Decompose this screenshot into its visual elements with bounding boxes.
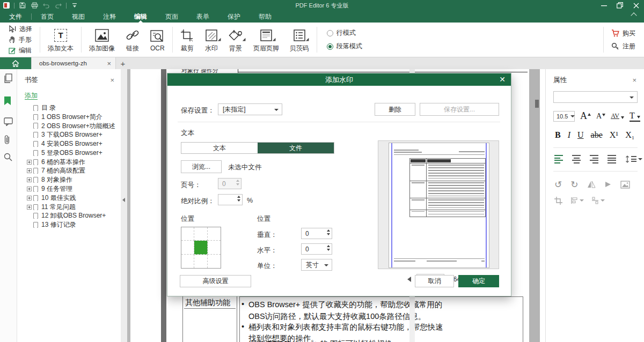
spin-up-icon[interactable] xyxy=(327,229,330,232)
crop-image-button[interactable] xyxy=(554,197,563,205)
advanced-settings-button[interactable]: 高级设置 xyxy=(180,275,251,287)
position-cell[interactable] xyxy=(194,227,207,241)
collapse-ribbon-icon[interactable] xyxy=(631,13,638,17)
menu-protect[interactable]: 保护 xyxy=(218,11,250,23)
tab-close-icon[interactable]: × xyxy=(107,60,111,68)
save-settings-button[interactable]: 保存设置... xyxy=(420,103,499,116)
new-tab-button[interactable]: + xyxy=(116,57,130,69)
horizontal-spinner[interactable]: 0 xyxy=(301,243,332,255)
expand-plus-icon[interactable] xyxy=(27,205,32,210)
bookmark-item[interactable]: 5 登录OBS Browser+ xyxy=(17,148,121,158)
dialog-close-icon[interactable]: ✕ xyxy=(498,75,507,84)
menu-help[interactable]: 帮助 xyxy=(250,11,281,23)
justify-button[interactable] xyxy=(608,155,616,163)
search-icon[interactable] xyxy=(4,153,13,162)
bookmark-item[interactable]: 目 录 xyxy=(17,103,121,113)
browse-button[interactable]: 浏览... xyxy=(181,160,222,173)
align-right-button[interactable] xyxy=(590,155,598,163)
bookmark-item[interactable]: 1 OBS Browser+简介 xyxy=(17,113,121,122)
bold-button[interactable]: B xyxy=(555,130,561,140)
menu-view[interactable]: 视图 xyxy=(63,11,94,23)
bookmark-item[interactable]: 9 任务管理 xyxy=(17,184,121,194)
menu-form[interactable]: 表单 xyxy=(187,11,218,23)
grow-font-button[interactable]: A xyxy=(580,110,591,122)
spin-down-icon[interactable] xyxy=(236,183,239,185)
bookmark-item[interactable]: 11 常见问题 xyxy=(17,203,121,212)
bookmark-item[interactable]: 10 最佳实践 xyxy=(17,194,121,203)
bookmarks-icon[interactable] xyxy=(4,96,13,106)
position-cell[interactable] xyxy=(181,255,194,268)
ocr-button[interactable]: OCR xyxy=(145,23,170,57)
header-footer-button[interactable]: 页眉页脚 xyxy=(248,23,284,57)
watermark-button[interactable]: 水印 xyxy=(200,23,223,57)
collapse-left-panel-icon[interactable] xyxy=(122,198,125,202)
page-number-spinner[interactable]: 0 xyxy=(218,178,241,189)
position-grid[interactable] xyxy=(181,227,221,269)
line-mode-radio[interactable]: 行模式 xyxy=(327,28,362,38)
character-spacing-button[interactable]: AV xyxy=(611,112,624,120)
expand-plus-icon[interactable] xyxy=(27,187,32,191)
cancel-button[interactable]: 取消 xyxy=(415,275,454,287)
spin-down-icon[interactable] xyxy=(327,249,330,251)
tab-text[interactable]: 文本 xyxy=(181,143,258,153)
subscript-button[interactable]: X₁ xyxy=(625,130,634,140)
bookmark-add-link[interactable]: 添加 xyxy=(17,87,121,103)
align-left-button[interactable] xyxy=(554,155,563,163)
rotate-right-button[interactable]: ↻ xyxy=(570,180,578,189)
close-button[interactable] xyxy=(628,0,644,11)
underline-button[interactable]: U xyxy=(577,130,584,140)
position-cell[interactable] xyxy=(181,227,194,241)
bookmark-item[interactable]: 12 卸载OBS Browser+ xyxy=(17,212,121,221)
position-cell-selected[interactable] xyxy=(194,241,207,254)
position-cell[interactable] xyxy=(208,241,221,254)
tab-file[interactable]: 文件 xyxy=(258,143,334,153)
position-cell[interactable] xyxy=(208,227,221,241)
font-color-button[interactable]: T xyxy=(630,111,640,122)
dialog-title-bar[interactable]: 添加水印 ✕ xyxy=(167,73,511,86)
crop-button[interactable]: 裁剪 xyxy=(175,23,200,57)
align-objects-button[interactable] xyxy=(570,197,584,204)
font-family-select[interactable] xyxy=(553,91,638,103)
menu-edit[interactable]: 编辑 xyxy=(125,11,156,23)
add-image-button[interactable]: 添加图像 xyxy=(84,23,120,57)
absolute-scale-spinner[interactable] xyxy=(218,194,243,205)
font-size-select[interactable]: 10.5 xyxy=(553,111,575,122)
edit-tool[interactable]: 编辑 xyxy=(9,46,32,55)
shrink-font-button[interactable]: A xyxy=(596,112,605,121)
background-button[interactable]: 背景 xyxy=(223,23,248,57)
bookmark-item[interactable]: 8 对象操作 xyxy=(17,175,121,184)
bates-button[interactable]: 贝茨码 xyxy=(284,23,314,57)
save-settings-select[interactable]: [未指定] xyxy=(218,103,282,115)
menu-home[interactable]: 首页 xyxy=(32,11,63,23)
replace-image-button[interactable] xyxy=(620,181,630,189)
italic-button[interactable]: I xyxy=(568,130,570,140)
align-center-button[interactable] xyxy=(572,155,581,163)
page-thumbnails-icon[interactable] xyxy=(4,73,13,83)
position-cell[interactable] xyxy=(208,255,221,268)
scrollbar-thumb[interactable] xyxy=(535,100,539,108)
start-page-button[interactable] xyxy=(0,57,31,69)
document-tab[interactable]: obs-browsertg-zh × xyxy=(31,57,116,69)
select-tool[interactable]: 选择 xyxy=(9,25,32,34)
bookmark-item[interactable]: 2 OBS Browser+功能概述 xyxy=(17,122,121,131)
vertical-scrollbar[interactable] xyxy=(529,69,540,342)
expand-plus-icon[interactable] xyxy=(27,177,32,182)
spin-up-icon[interactable] xyxy=(237,196,240,198)
paragraph-mode-radio[interactable]: 段落模式 xyxy=(327,42,362,51)
properties-close-icon[interactable]: × xyxy=(632,76,636,84)
link-button[interactable]: 链接 xyxy=(120,23,145,57)
restore-button[interactable] xyxy=(612,0,628,11)
expand-plus-icon[interactable] xyxy=(27,160,32,165)
menu-comment[interactable]: 注释 xyxy=(94,11,125,23)
superscript-button[interactable]: X¹ xyxy=(610,130,618,140)
distribute-objects-button[interactable] xyxy=(591,197,605,204)
bookmark-item[interactable]: 6 桶的基本操作 xyxy=(17,158,121,167)
expand-plus-icon[interactable] xyxy=(27,196,32,200)
bookmark-item[interactable]: 3 下载OBS Browser+ xyxy=(17,130,121,139)
menu-file[interactable]: 文件 xyxy=(0,11,31,23)
register-button[interactable]: 注册 xyxy=(611,42,635,51)
comments-icon[interactable] xyxy=(4,117,13,127)
line-spacing-button[interactable] xyxy=(625,155,642,163)
buy-button[interactable]: 购买 xyxy=(611,29,635,38)
delete-button[interactable]: 删除 xyxy=(375,103,415,116)
